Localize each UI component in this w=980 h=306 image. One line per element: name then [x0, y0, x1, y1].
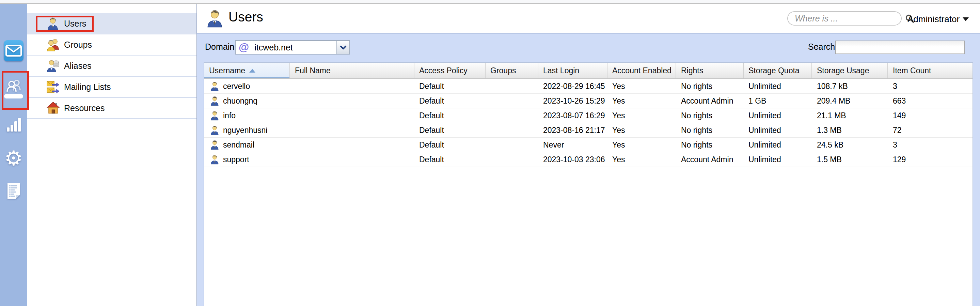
table-row[interactable]: support Default 2023-10-03 23:06 Yes Acc…	[204, 152, 972, 167]
cell-storage-usage: 1.3 MB	[812, 123, 888, 137]
icon-rail: ⚙	[0, 4, 27, 306]
nav-list: Users Groups Aliases Mailing Lists Resou…	[27, 13, 196, 119]
nav-item-label: Resources	[64, 103, 105, 113]
nav-item-aliases[interactable]: Aliases	[27, 56, 196, 76]
rail-item-accounts[interactable]	[0, 80, 27, 99]
cell-access-policy: Default	[414, 108, 485, 123]
rail-item-logs[interactable]	[0, 183, 27, 199]
app-root: ⚙ Users Groups Aliases Mailing Lists	[0, 0, 980, 306]
column-header-full-name[interactable]: Full Name	[290, 63, 414, 78]
search-input[interactable]	[835, 41, 965, 54]
cell-username: chuongnq	[223, 96, 258, 106]
table-row[interactable]: cervello Default 2022-08-29 16:45 Yes No…	[204, 79, 972, 94]
house-icon	[46, 101, 60, 115]
column-header-item-count[interactable]: Item Count	[888, 63, 972, 78]
cell-username: support	[223, 155, 249, 164]
table-row[interactable]: chuongnq Default 2023-10-26 15:29 Yes Ac…	[204, 94, 972, 108]
quick-search-box	[787, 11, 902, 26]
cell-last-login: 2023-08-16 21:17	[538, 123, 608, 137]
cell-item-count: 72	[888, 123, 972, 137]
cell-storage-usage: 24.5 kB	[812, 138, 888, 152]
rail-item-mail[interactable]	[4, 40, 24, 61]
cell-full-name	[290, 108, 414, 123]
rail-item-settings[interactable]: ⚙	[0, 147, 27, 169]
user-icon	[210, 140, 220, 150]
nav-item-groups[interactable]: Groups	[27, 34, 196, 56]
user-icon	[210, 96, 220, 106]
cell-account-enabled: Yes	[608, 79, 676, 93]
cell-username: sendmail	[223, 140, 255, 150]
cell-access-policy: Default	[414, 152, 485, 167]
chevron-down-icon	[963, 18, 969, 21]
rail-item-statistics[interactable]	[0, 117, 27, 132]
cell-full-name	[290, 79, 414, 93]
cell-groups	[485, 138, 538, 152]
cell-groups	[485, 108, 538, 123]
cell-item-count: 149	[888, 108, 972, 123]
column-header-storage-usage[interactable]: Storage Usage	[812, 63, 888, 78]
cell-storage-usage: 108.7 kB	[812, 79, 888, 93]
nav-item-label: Aliases	[64, 61, 92, 71]
table-row[interactable]: info Default 2023-08-07 16:29 Yes No rig…	[204, 108, 972, 123]
mailing-list-icon	[46, 80, 60, 94]
cell-storage-usage: 209.4 MB	[812, 94, 888, 108]
cell-full-name	[290, 123, 414, 137]
at-sign-icon	[239, 41, 249, 54]
table-row[interactable]: nguyenhusni Default 2023-08-16 21:17 Yes…	[204, 123, 972, 138]
cell-rights: No rights	[676, 138, 744, 152]
cell-access-policy: Default	[414, 94, 485, 108]
column-header-storage-quota[interactable]: Storage Quota	[744, 63, 812, 78]
cell-last-login: 2022-08-29 16:45	[538, 79, 608, 93]
nav-item-users[interactable]: Users	[27, 13, 196, 34]
cell-full-name	[290, 138, 414, 152]
nav-item-resources[interactable]: Resources	[27, 98, 196, 119]
column-header-label: Storage Usage	[817, 66, 869, 75]
column-header-username[interactable]: Username	[204, 63, 290, 78]
alias-icon	[46, 59, 60, 73]
users-page-icon	[206, 6, 225, 31]
column-header-last-login[interactable]: Last Login	[538, 63, 608, 78]
cell-storage-quota: 1 GB	[744, 94, 812, 108]
column-header-account-enabled[interactable]: Account Enabled	[608, 63, 676, 78]
domain-select[interactable]: itcweb.net	[235, 40, 350, 54]
cell-account-enabled: Yes	[608, 138, 676, 152]
sidebar-nav: Users Groups Aliases Mailing Lists Resou…	[27, 4, 196, 306]
table-row[interactable]: sendmail Default Never Yes No rights Unl…	[204, 138, 972, 152]
table-body: cervello Default 2022-08-29 16:45 Yes No…	[204, 79, 972, 167]
nav-item-mailing-lists[interactable]: Mailing Lists	[27, 76, 196, 98]
page-title: Users	[229, 10, 263, 24]
cell-username: info	[223, 111, 235, 120]
cell-rights: No rights	[676, 123, 744, 137]
domain-dropdown-button[interactable]	[336, 41, 349, 54]
account-menu-label: Administrator	[907, 14, 959, 24]
cell-last-login: Never	[538, 138, 608, 152]
user-icon	[210, 110, 220, 121]
column-header-access-policy[interactable]: Access Policy	[414, 63, 485, 78]
cell-storage-quota: Unlimited	[744, 138, 812, 152]
user-icon	[210, 81, 220, 91]
column-header-label: Username	[209, 66, 245, 75]
cell-full-name	[290, 94, 414, 108]
cell-item-count: 3	[888, 138, 972, 152]
column-header-groups[interactable]: Groups	[485, 63, 538, 78]
column-header-rights[interactable]: Rights	[676, 63, 744, 78]
bar-chart-icon	[6, 117, 21, 132]
cell-groups	[485, 94, 538, 108]
cell-rights: No rights	[676, 108, 744, 123]
cell-storage-usage: 1.5 MB	[812, 152, 888, 167]
gear-icon: ⚙	[5, 147, 23, 169]
column-header-label: Rights	[681, 66, 703, 75]
group-icon	[46, 38, 60, 51]
search-label: Search:	[808, 42, 837, 52]
cell-account-enabled: Yes	[608, 152, 676, 167]
cell-groups	[485, 79, 538, 93]
cell-account-enabled: Yes	[608, 94, 676, 108]
column-header-label: Item Count	[893, 66, 931, 75]
cell-groups	[485, 152, 538, 167]
cell-access-policy: Default	[414, 138, 485, 152]
quick-search-input[interactable]	[794, 13, 905, 24]
cell-access-policy: Default	[414, 123, 485, 137]
account-menu[interactable]: Administrator	[907, 13, 969, 25]
page-header: Users Administrator	[197, 4, 980, 34]
cell-last-login: 2023-10-26 15:29	[538, 94, 608, 108]
